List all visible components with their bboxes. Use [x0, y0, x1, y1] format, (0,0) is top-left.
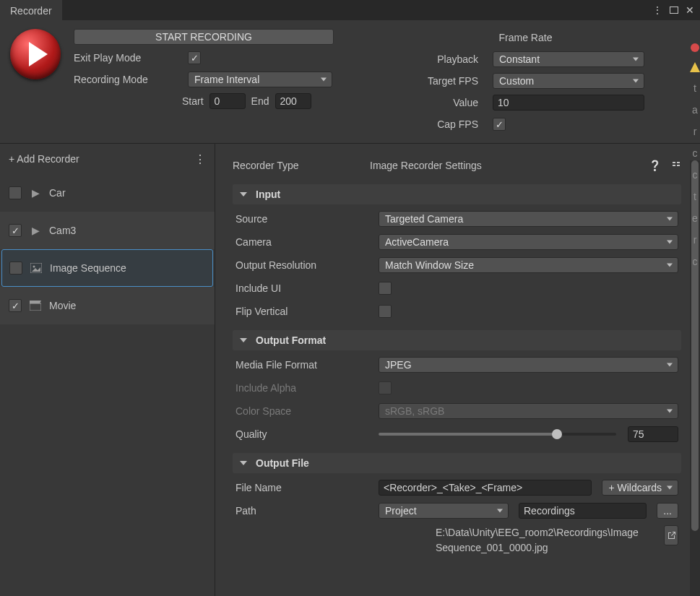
- recorder-type-value: Image Recorder Settings: [370, 160, 649, 171]
- include-ui-label: Include UI: [236, 282, 373, 294]
- input-section-toggle[interactable]: Input: [233, 184, 681, 204]
- input-heading: Input: [256, 189, 280, 200]
- maximize-icon[interactable]: [670, 7, 678, 14]
- preset-icon[interactable]: [671, 160, 681, 172]
- output-resolution-value: Match Window Size: [385, 259, 474, 271]
- camera-label: Camera: [236, 236, 373, 248]
- close-icon[interactable]: ✕: [686, 4, 694, 16]
- recorder-enable-checkbox[interactable]: [9, 262, 22, 275]
- window-title: Recorder: [10, 5, 52, 17]
- warning-icon: [690, 62, 700, 72]
- targetfps-label: Target FPS: [370, 75, 478, 87]
- color-space-dropdown: sRGB, sRGB: [379, 403, 678, 419]
- start-recording-label: START RECORDING: [155, 31, 252, 43]
- targetfps-value: Custom: [499, 75, 534, 87]
- help-icon[interactable]: ❔: [649, 160, 661, 172]
- capfps-checkbox[interactable]: [493, 118, 506, 131]
- wildcards-dropdown[interactable]: + Wildcards: [602, 480, 678, 496]
- clapperboard-icon: [29, 299, 42, 312]
- recorder-item-car[interactable]: ▶ Car: [0, 174, 215, 212]
- error-icon: [691, 43, 699, 52]
- capfps-label: Cap FPS: [370, 118, 478, 130]
- open-folder-button[interactable]: [664, 525, 678, 545]
- recorder-item-cam3[interactable]: ▶ Cam3: [0, 212, 215, 249]
- path-type-value: Project: [385, 505, 417, 517]
- recorder-enable-checkbox[interactable]: [9, 224, 22, 237]
- add-recorder-button[interactable]: + Add Recorder: [9, 153, 79, 165]
- framerate-heading: Frame Rate: [370, 32, 681, 43]
- recorder-item-label: Cam3: [49, 225, 76, 236]
- browse-label: ...: [663, 505, 672, 517]
- recorder-enable-checkbox[interactable]: [9, 186, 22, 199]
- recorder-item-label: Image Sequence: [50, 262, 126, 274]
- recorder-enable-checkbox[interactable]: [9, 299, 22, 312]
- source-value: Targeted Camera: [385, 213, 463, 225]
- output-format-heading: Output Format: [256, 334, 326, 346]
- flip-vertical-checkbox[interactable]: [379, 305, 392, 318]
- start-recording-button[interactable]: START RECORDING: [74, 29, 334, 45]
- recorder-item-label: Car: [49, 187, 66, 199]
- recording-mode-dropdown[interactable]: Frame Interval: [188, 72, 332, 87]
- filename-input[interactable]: <Recorder>_<Take>_<Frame>: [379, 480, 592, 496]
- source-dropdown[interactable]: Targeted Camera: [379, 211, 678, 227]
- fps-value-label: Value: [370, 97, 478, 108]
- input-section: Input Source Targeted Camera Camera Acti…: [233, 184, 681, 323]
- start-frame-label: Start: [182, 95, 204, 107]
- fps-value-input[interactable]: 10: [493, 95, 644, 111]
- path-type-dropdown[interactable]: Project: [379, 503, 509, 519]
- output-format-section: Output Format Media File Format JPEG Inc…: [233, 330, 681, 446]
- include-alpha-label: Include Alpha: [236, 382, 373, 394]
- output-file-section: Output File File Name <Recorder>_<Take>_…: [233, 453, 681, 558]
- exit-playmode-checkbox[interactable]: [188, 51, 201, 64]
- quality-label: Quality: [236, 428, 373, 440]
- record-config: START RECORDING Exit Play Mode Recording…: [0, 20, 700, 144]
- media-format-dropdown[interactable]: JPEG: [379, 357, 678, 373]
- end-frame-value: 200: [280, 95, 297, 107]
- end-frame-input[interactable]: 200: [275, 93, 311, 109]
- media-format-label: Media File Format: [236, 359, 373, 371]
- window-tab[interactable]: Recorder: [0, 0, 62, 20]
- camera-dropdown[interactable]: ActiveCamera: [379, 234, 678, 250]
- include-alpha-checkbox: [379, 381, 392, 394]
- fps-value: 10: [498, 97, 509, 108]
- camera-value: ActiveCamera: [385, 236, 449, 248]
- titlebar: Recorder ⋮ ✕: [0, 0, 700, 20]
- output-file-toggle[interactable]: Output File: [233, 453, 681, 473]
- recorder-inspector: Recorder Type Image Recorder Settings ❔ …: [215, 144, 700, 596]
- wildcards-label: + Wildcards: [608, 482, 662, 493]
- browse-path-button[interactable]: ...: [657, 503, 678, 519]
- kebab-menu-icon[interactable]: ⋮: [652, 4, 662, 16]
- recording-mode-label: Recording Mode: [74, 74, 182, 85]
- full-path-display: E:\Data\Unity\EEG_room2\Recordings\Image…: [436, 525, 652, 556]
- record-play-button[interactable]: [10, 29, 61, 79]
- path-label: Path: [236, 505, 373, 517]
- recorder-item-movie[interactable]: Movie: [0, 287, 215, 324]
- sidebar-menu-icon[interactable]: ⋮: [194, 152, 206, 166]
- output-resolution-dropdown[interactable]: Match Window Size: [379, 257, 678, 273]
- quality-value: 75: [633, 428, 644, 440]
- playback-label: Playback: [370, 53, 478, 65]
- recorder-item-image-sequence[interactable]: Image Sequence: [1, 249, 213, 287]
- color-space-label: Color Space: [236, 405, 373, 417]
- output-file-heading: Output File: [256, 457, 309, 469]
- playback-dropdown[interactable]: Constant: [493, 51, 644, 67]
- color-space-value: sRGB, sRGB: [385, 405, 444, 417]
- image-icon: [30, 262, 43, 275]
- include-ui-checkbox[interactable]: [379, 282, 392, 295]
- media-format-value: JPEG: [385, 359, 412, 371]
- start-frame-value: 0: [215, 95, 220, 107]
- targetfps-dropdown[interactable]: Custom: [493, 73, 644, 89]
- output-format-toggle[interactable]: Output Format: [233, 330, 681, 350]
- svg-rect-2: [30, 303, 41, 311]
- play-icon: ▶: [29, 224, 42, 237]
- flip-vertical-label: Flip Vertical: [236, 306, 373, 317]
- start-frame-input[interactable]: 0: [209, 93, 246, 109]
- source-label: Source: [236, 213, 373, 225]
- end-frame-label: End: [251, 95, 269, 107]
- path-relative-input[interactable]: Recordings: [519, 503, 647, 519]
- recorder-type-label: Recorder Type: [233, 160, 370, 171]
- output-resolution-label: Output Resolution: [236, 259, 373, 271]
- playback-value: Constant: [499, 53, 540, 65]
- quality-slider[interactable]: [379, 426, 616, 442]
- quality-input[interactable]: 75: [628, 426, 678, 442]
